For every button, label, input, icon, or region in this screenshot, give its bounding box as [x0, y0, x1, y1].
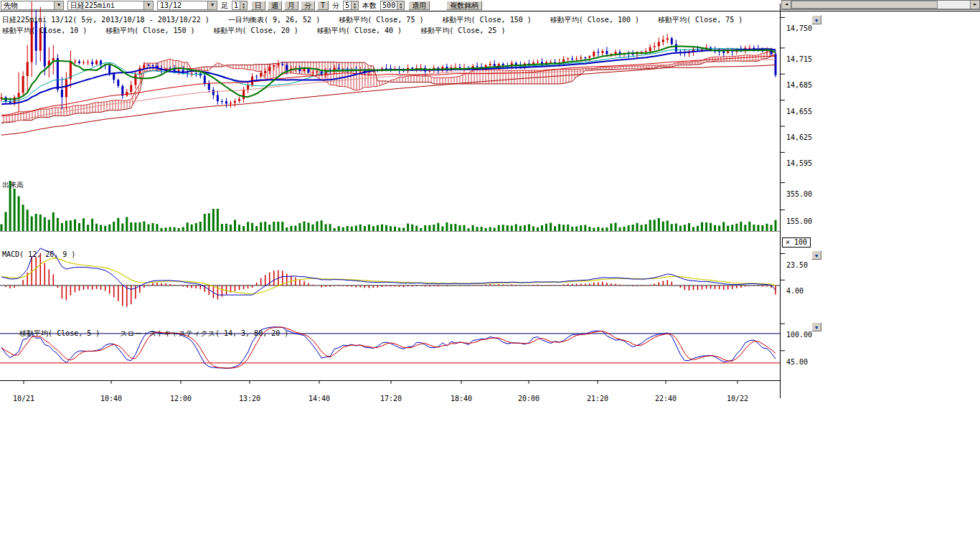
indicator-label: 移動平均( Close, 75 ): [658, 15, 743, 25]
stoch-axis-label: 45.00: [786, 358, 808, 366]
stoch-indicator-label: スロー・ストキャスティクス( 14, 3, 80, 20 ): [120, 329, 288, 337]
indicator-label: 移動平均( Close, 25 ): [420, 26, 505, 36]
x-axis-label: 20:00: [518, 395, 540, 402]
volume-axis-label: 355.00: [786, 190, 812, 198]
chevron-down-icon: ▼: [815, 325, 818, 331]
moving-average-lines: [1, 47, 776, 136]
x-axis-label: 12:00: [170, 395, 192, 402]
stoch-ma-label: 移動平均( Close, 5 ): [19, 329, 100, 337]
price-axis-label: 14,595: [786, 159, 812, 167]
price-axis-label: 14,750: [786, 24, 812, 32]
x-axis-label: 13:20: [239, 395, 260, 402]
x-axis-label: 10/22: [727, 395, 748, 402]
volume-axis-label: 155.00: [786, 217, 812, 225]
indicator-label: 移動平均( Close, 40 ): [317, 26, 402, 36]
stoch-panel-dropdown-button[interactable]: ▼: [811, 322, 821, 331]
chevron-down-icon: ▼: [815, 253, 818, 259]
x-axis-label: 22:40: [655, 395, 677, 402]
indicator-label: 移動平均( Close, 150 ): [105, 26, 194, 36]
x-axis-label: 21:20: [587, 395, 608, 402]
indicator-label: 移動平均( Close, 20 ): [214, 26, 298, 36]
chart-header-line1: 日経225mini 13/12( 5分, 2013/10/18 - 2013/1…: [2, 15, 743, 25]
x-axis-label: 14:40: [308, 395, 330, 402]
volume-multiplier-badge: × 100: [782, 237, 811, 248]
macd-panel-plot: [0, 248, 780, 307]
chevron-down-icon: ▼: [815, 18, 818, 24]
chart-application: 先物 ▼ 日経225mini ▼ 13/12 ▼ 足 1 ▲▼ 日週月分T 分 …: [0, 0, 980, 551]
indicator-label: 移動平均( Close, 150 ): [442, 15, 531, 25]
stoch-panel-title: 移動平均( Close, 5 )スロー・ストキャスティクス( 14, 3, 80…: [2, 321, 288, 347]
volume-panel-title: 出来高: [2, 180, 24, 190]
indicator-label: 移動平均( Close, 100 ): [550, 15, 639, 25]
x-axis-label: 18:40: [451, 395, 472, 402]
chart-title: 日経225mini 13/12( 5分, 2013/10/18 - 2013/1…: [2, 15, 209, 25]
ichimoku-cloud: [1, 50, 776, 123]
price-axis-label: 14,715: [786, 55, 812, 63]
indicator-label: 移動平均( Close, 75 ): [339, 15, 423, 25]
chart-canvas[interactable]: [0, 0, 980, 540]
x-axis-label: 10/21: [13, 395, 34, 402]
macd-axis-label: 4.00: [786, 287, 804, 295]
price-axis-label: 14,625: [786, 133, 812, 141]
indicator-label: 一目均衡表( 9, 26, 52 ): [228, 15, 320, 25]
price-axis-label: 14,655: [786, 108, 812, 116]
x-axis-label: 10:40: [100, 395, 122, 402]
macd-panel-dropdown-button[interactable]: ▼: [811, 250, 821, 260]
indicator-label: 移動平均( Close, 10 ): [2, 26, 87, 36]
macd-axis-label: 23.50: [786, 261, 808, 269]
volume-bars: [0, 181, 780, 232]
stoch-axis-label: 100.00: [786, 331, 812, 339]
x-axis-label: 17:20: [380, 395, 402, 402]
macd-panel-title: MACD( 12, 26, 9 ): [2, 250, 75, 258]
price-panel-dropdown-button[interactable]: ▼: [811, 15, 821, 24]
chart-header-line2: 移動平均( Close, 10 )移動平均( Close, 150 )移動平均(…: [2, 26, 505, 36]
price-axis-label: 14,685: [786, 81, 812, 89]
